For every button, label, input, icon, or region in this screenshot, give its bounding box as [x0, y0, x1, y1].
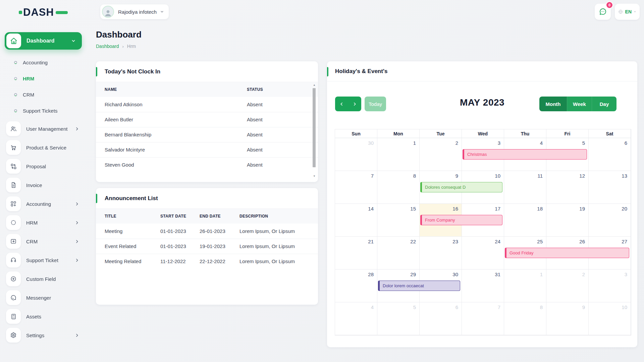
- calendar-day[interactable]: 18: [504, 204, 546, 237]
- navitem-label: Messenger: [26, 295, 82, 301]
- today-button[interactable]: Today: [365, 97, 386, 111]
- calendar-day[interactable]: 3: [589, 269, 631, 302]
- sidebar-item-support-ticket[interactable]: Support Ticket: [6, 253, 82, 267]
- calendar-day[interactable]: 30: [335, 138, 377, 171]
- chevron-right-icon: [75, 127, 79, 131]
- view-day-button[interactable]: Day: [592, 97, 616, 111]
- table-row: Event Related01-01-202319-01-2023Lorem I…: [96, 239, 318, 254]
- day-header-fri: Fri: [546, 129, 589, 138]
- sidebar-item-product-service[interactable]: Product & Service: [6, 140, 82, 155]
- calendar-day[interactable]: 10: [589, 302, 631, 335]
- sidebar-item-user-management[interactable]: User Management: [6, 121, 82, 136]
- sidebar-item-assets[interactable]: Assets: [6, 309, 82, 324]
- calendar-day[interactable]: 23: [420, 237, 462, 269]
- calendar-day[interactable]: 4: [335, 302, 377, 335]
- subitem-label: CRM: [23, 92, 34, 98]
- avatar: [102, 6, 114, 18]
- sidebar-item-crm[interactable]: CRM: [6, 234, 82, 249]
- calendar-day[interactable]: 2: [420, 138, 462, 171]
- calendar-day[interactable]: 8: [377, 171, 420, 204]
- calendar-nav-group: [335, 97, 361, 111]
- calendar-day[interactable]: 1: [504, 269, 546, 302]
- chevron-down-icon: [71, 39, 76, 43]
- card-accent: [327, 67, 328, 76]
- calendar-day[interactable]: 15: [377, 204, 420, 237]
- logo-row: DASH: [0, 0, 87, 25]
- table-cell: Absent: [238, 97, 318, 112]
- table-scrollbar[interactable]: ▲ ▼: [312, 83, 316, 178]
- calendar-event[interactable]: Good Friday: [505, 248, 629, 258]
- calendar-day[interactable]: 8: [504, 302, 546, 335]
- calendar-day[interactable]: 20: [589, 204, 631, 237]
- view-week-button[interactable]: Week: [567, 97, 592, 111]
- column-header: TITLE: [96, 209, 152, 224]
- calendar-day[interactable]: 28: [335, 269, 377, 302]
- calendar-day[interactable]: 22: [377, 237, 420, 269]
- sidebar-subitem-accounting[interactable]: Accounting: [0, 54, 87, 70]
- sidebar-item-settings[interactable]: Settings: [6, 328, 82, 343]
- brand-name: DASH: [23, 6, 54, 18]
- view-month-button[interactable]: Month: [539, 97, 567, 111]
- next-month-button[interactable]: [348, 97, 361, 111]
- sidebar-subitem-hrm[interactable]: HRM: [0, 70, 87, 86]
- sidebar-item-accounting[interactable]: Accounting: [6, 196, 82, 211]
- navitem-label: Assets: [26, 314, 82, 319]
- calendar-day[interactable]: 6: [420, 302, 462, 335]
- calendar-day[interactable]: 2: [546, 269, 589, 302]
- calendar-event[interactable]: Dolores consequat D: [420, 182, 502, 192]
- calendar-day[interactable]: 21: [335, 237, 377, 269]
- calendar-day[interactable]: 14: [335, 204, 377, 237]
- language-selector[interactable]: EN: [615, 4, 640, 20]
- gear-icon: [6, 328, 21, 343]
- scroll-up-icon[interactable]: ▲: [312, 83, 316, 87]
- calendar-event[interactable]: Christmas: [463, 149, 587, 160]
- card-title: Today's Not Clock In: [105, 68, 160, 75]
- calendar-day[interactable]: 12: [546, 171, 589, 204]
- table-cell: Lorem Ipsum, Or Lipsum: [231, 254, 318, 269]
- sidebar-subitem-crm[interactable]: CRM: [0, 86, 87, 103]
- calendar-day[interactable]: 13: [589, 171, 631, 204]
- column-header: START DATE: [152, 209, 191, 224]
- users-icon: [6, 121, 21, 136]
- scrollbar-thumb[interactable]: [313, 88, 316, 167]
- table-row: Salvador McintyreAbsent: [96, 142, 318, 157]
- sidebar-subitem-support-tickets[interactable]: Support Tickets: [0, 103, 87, 119]
- calendar-day[interactable]: 7: [335, 171, 377, 204]
- calendar-day[interactable]: 5: [377, 302, 420, 335]
- calendar-day[interactable]: 11: [504, 171, 546, 204]
- calendar-card: Holiday's & Event's Today MAY 2023 Month…: [327, 61, 637, 347]
- card-title: Announcement List: [105, 195, 158, 202]
- notifications-button[interactable]: 0: [595, 4, 611, 20]
- table-cell: 01-01-2023: [152, 224, 191, 239]
- sidebar-item-invoice[interactable]: Invoice: [6, 178, 82, 192]
- card-arrow-icon: [6, 234, 21, 249]
- calendar-day[interactable]: 9: [546, 302, 589, 335]
- table-cell: Meeting Related: [96, 254, 152, 269]
- calendar-event[interactable]: From Company: [420, 215, 502, 225]
- brand-logo[interactable]: DASH: [19, 6, 68, 18]
- calendar-day[interactable]: 24: [462, 237, 504, 269]
- message-dots-icon: [599, 8, 607, 16]
- day-header-wed: Wed: [462, 129, 504, 138]
- company-selector[interactable]: Rajodiya infotech: [100, 4, 169, 19]
- sidebar-item-custom-field[interactable]: Custom Field: [6, 272, 82, 286]
- calendar-day[interactable]: 7: [462, 302, 504, 335]
- breadcrumb-dashboard-link[interactable]: Dashboard: [96, 44, 119, 49]
- home-icon: [6, 34, 21, 48]
- sidebar-item-proposal[interactable]: Proposal: [6, 159, 82, 174]
- calendar-day[interactable]: 19: [546, 204, 589, 237]
- breadcrumb-separator-icon: ›: [122, 44, 124, 49]
- sidebar-item-hrm[interactable]: HRM: [6, 215, 82, 230]
- prev-month-button[interactable]: [335, 97, 348, 111]
- sidebar-item-dashboard[interactable]: Dashboard: [5, 32, 82, 50]
- scroll-down-icon[interactable]: ▼: [312, 175, 316, 178]
- sidebar-item-messenger[interactable]: Messenger: [6, 290, 82, 305]
- table-cell: Aileen Butler: [96, 112, 238, 127]
- calendar-event[interactable]: Dolor lorem occaecat: [378, 281, 460, 291]
- chevron-right-icon: [75, 202, 79, 206]
- calendar-day[interactable]: 1: [377, 138, 420, 171]
- notification-badge: 0: [606, 1, 613, 9]
- navitem-label: CRM: [26, 239, 75, 244]
- calendar-day[interactable]: 31: [462, 269, 504, 302]
- calendar-day[interactable]: 6: [589, 138, 631, 171]
